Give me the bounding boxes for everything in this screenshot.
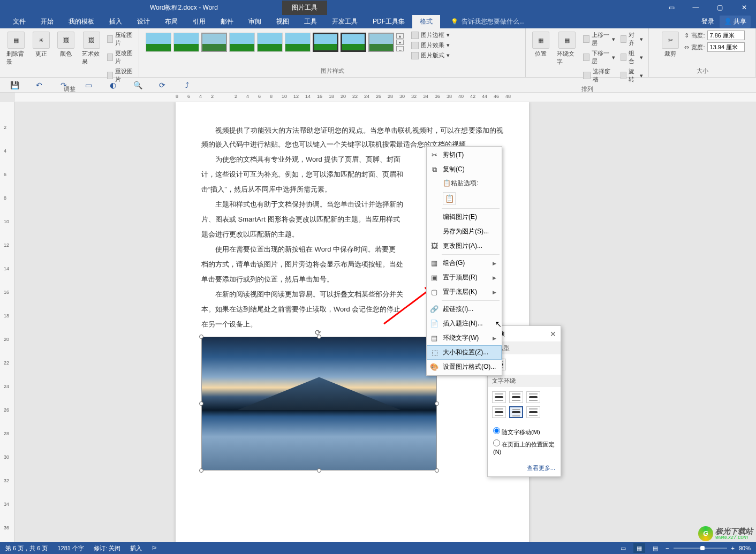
style-thumb[interactable] — [341, 33, 366, 52]
tell-me-input[interactable]: 告诉我您想要做什么... — [451, 15, 525, 28]
track-changes-status[interactable]: 修订: 关闭 — [94, 544, 120, 552]
style-thumb[interactable] — [173, 33, 199, 52]
tab-design[interactable]: 设计 — [130, 15, 157, 28]
tab-tools[interactable]: 工具 — [297, 15, 324, 28]
ctx-bring-front[interactable]: ▣置于顶层(R)▶ — [427, 270, 502, 285]
view-web-icon[interactable]: ▤ — [649, 543, 661, 553]
rotate-button[interactable]: 旋转 ▾ — [619, 67, 644, 84]
view-read-icon[interactable]: ▭ — [617, 543, 629, 553]
ctx-wrap-text[interactable]: ▤环绕文字(W)▶ — [427, 331, 502, 345]
layout-wrap-option[interactable] — [509, 391, 523, 403]
tab-pdf[interactable]: PDF工具集 — [365, 15, 412, 28]
paste-option-button[interactable]: 📋 — [443, 192, 456, 205]
color-button[interactable]: 🖼颜色 — [55, 31, 77, 59]
crop-button[interactable]: ✂裁剪 — [660, 31, 681, 59]
remove-background-button[interactable]: ▦删除背景 — [4, 31, 27, 67]
position-button[interactable]: ▦位置 — [530, 31, 551, 59]
picture-styles-gallery[interactable]: ▴▾⎵ — [143, 31, 407, 54]
maximize-icon[interactable]: ▢ — [708, 0, 732, 15]
artistic-effects-button[interactable]: 🖼艺术效果 — [80, 31, 103, 67]
tab-mailings[interactable]: 邮件 — [213, 15, 241, 28]
selected-image[interactable]: ⟳ — [201, 337, 437, 470]
resize-handle[interactable] — [317, 335, 321, 339]
login-link[interactable]: 登录 — [701, 17, 714, 26]
resize-handle[interactable] — [435, 401, 439, 406]
image-content[interactable] — [201, 337, 437, 470]
qat-icon[interactable]: ⤴ — [182, 80, 192, 90]
see-more-link[interactable]: 查看更多... — [488, 460, 561, 476]
document-area[interactable]: 视频提供了功能强大的方法帮助您证明您的观点。当您单击联机视频时，可以在想要添加的… — [15, 102, 756, 542]
tab-review[interactable]: 审阅 — [241, 15, 269, 28]
resize-handle[interactable] — [317, 468, 321, 473]
qat-icon[interactable]: ⟳ — [157, 80, 167, 90]
change-picture-button[interactable]: 更改图片 — [106, 49, 134, 66]
layout-wrap-option[interactable] — [492, 391, 506, 403]
tab-references[interactable]: 引用 — [185, 15, 213, 28]
zoom-level[interactable]: 90% — [739, 545, 751, 551]
ctx-format-picture[interactable]: 🎨设置图片格式(O)... — [427, 360, 502, 374]
width-input[interactable] — [707, 42, 745, 52]
compress-pictures-button[interactable]: 压缩图片 — [106, 31, 134, 48]
tab-layout[interactable]: 布局 — [157, 15, 185, 28]
group-button[interactable]: 组合 ▾ — [619, 49, 644, 66]
view-print-icon[interactable]: ▦ — [633, 543, 645, 553]
tab-file[interactable]: 文件 — [5, 15, 33, 28]
zoom-in-icon[interactable]: + — [731, 545, 735, 551]
vertical-ruler[interactable]: 24681012141618202224262830323436 — [0, 102, 15, 542]
redo-icon[interactable]: ↷ — [59, 80, 69, 90]
picture-border-button[interactable]: 图片边框 ▾ — [410, 31, 451, 40]
style-thumb[interactable] — [285, 33, 311, 52]
ctx-insert-caption[interactable]: 📄插入题注(N)... — [427, 316, 502, 331]
style-thumb[interactable] — [368, 33, 394, 52]
move-with-text-radio[interactable]: 随文字移动(M) — [493, 426, 555, 438]
panel-close-icon[interactable]: ✕ — [550, 330, 556, 338]
layout-wrap-option[interactable] — [509, 406, 523, 418]
tab-format[interactable]: 格式 — [412, 15, 440, 28]
ctx-hyperlink[interactable]: 🔗超链接(I)... — [427, 302, 502, 316]
ribbon-display-icon[interactable]: ▭ — [660, 0, 684, 15]
tab-templates[interactable]: 我的模板 — [61, 15, 102, 28]
style-thumb[interactable] — [257, 33, 283, 52]
wrap-text-button[interactable]: ▦环绕文字 — [555, 31, 579, 67]
resize-handle[interactable] — [199, 401, 203, 406]
style-thumb[interactable] — [201, 33, 227, 52]
align-button[interactable]: 对齐 ▾ — [619, 31, 644, 48]
ctx-group[interactable]: ▦组合(G)▶ — [427, 256, 502, 270]
bring-forward-button[interactable]: 上移一层 ▾ — [582, 31, 616, 48]
resize-handle[interactable] — [199, 468, 203, 473]
save-icon[interactable]: 💾 — [10, 80, 19, 90]
selection-pane-button[interactable]: 选择窗格 — [582, 67, 616, 84]
zoom-slider[interactable] — [674, 548, 727, 549]
close-icon[interactable]: ✕ — [732, 0, 756, 15]
ctx-send-back[interactable]: ▢置于底层(K)▶ — [427, 285, 502, 299]
ctx-copy[interactable]: ⧉复制(C) — [427, 162, 502, 177]
fixed-position-radio[interactable]: 在页面上的位置固定(N) — [493, 438, 555, 457]
corrections-button[interactable]: ☀更正 — [31, 31, 52, 59]
height-input[interactable] — [707, 31, 745, 40]
page-indicator[interactable]: 第 6 页，共 6 页 — [5, 544, 48, 552]
status-extra-icon[interactable]: 🏳 — [152, 545, 157, 551]
layout-wrap-option[interactable] — [526, 391, 540, 403]
gallery-more[interactable]: ▴▾⎵ — [396, 33, 405, 51]
layout-wrap-option[interactable] — [492, 406, 506, 418]
tab-view[interactable]: 视图 — [269, 15, 297, 28]
style-thumb[interactable] — [313, 33, 338, 52]
zoom-out-icon[interactable]: − — [666, 545, 669, 551]
tab-developer[interactable]: 开发工具 — [324, 15, 365, 28]
insert-mode[interactable]: 插入 — [130, 544, 142, 552]
qat-icon[interactable]: 🔍 — [133, 80, 142, 90]
layout-wrap-option[interactable] — [526, 406, 540, 418]
qat-icon[interactable]: ◐ — [108, 80, 118, 90]
share-button[interactable]: 👤 共享 — [720, 16, 751, 28]
tab-insert[interactable]: 插入 — [102, 15, 130, 28]
minimize-icon[interactable]: ― — [684, 0, 708, 15]
tab-home[interactable]: 开始 — [33, 15, 61, 28]
resize-handle[interactable] — [199, 335, 203, 339]
qat-icon[interactable]: ▭ — [84, 80, 93, 90]
horizontal-ruler[interactable]: /* ticks populated below */ 864224681012… — [15, 93, 756, 102]
ctx-edit-picture[interactable]: 编辑图片(E) — [427, 210, 502, 224]
style-thumb[interactable] — [229, 33, 255, 52]
picture-effects-button[interactable]: 图片效果 ▾ — [410, 41, 451, 50]
undo-icon[interactable]: ↶ — [34, 80, 44, 90]
word-count[interactable]: 1281 个字 — [57, 544, 84, 552]
